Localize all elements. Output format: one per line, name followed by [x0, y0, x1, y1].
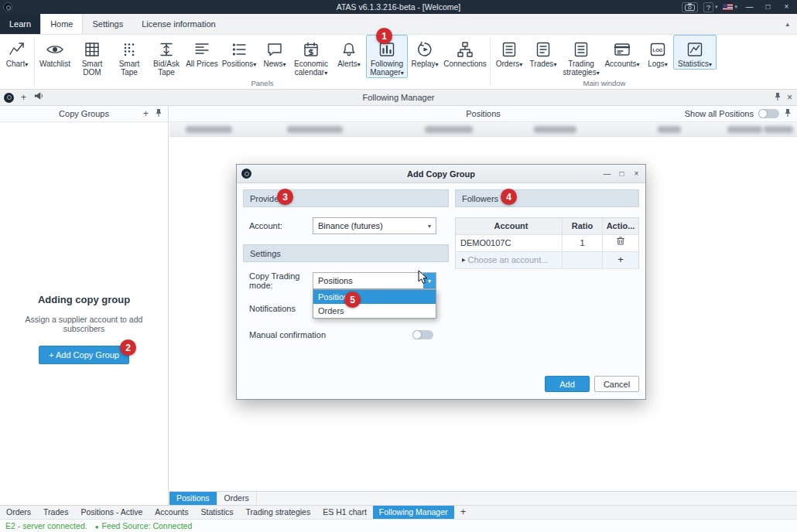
tab-learn[interactable]: Learn	[0, 14, 40, 34]
tab-home[interactable]: Home	[40, 14, 83, 34]
tab-trading-strategies[interactable]: Trading strategies	[240, 506, 317, 519]
manual-confirmation-row: Manual confirmation	[243, 326, 449, 343]
chevron-down-icon	[25, 60, 28, 68]
document-tabstrip: Following Manager	[0, 90, 797, 106]
dialog-minimize-button[interactable]	[600, 165, 614, 182]
grid-icon	[82, 39, 102, 60]
ribbon-button-news[interactable]: News	[259, 35, 290, 70]
feed-status: Feed Source: Connected	[101, 521, 192, 530]
add-tab-button[interactable]	[454, 506, 473, 519]
group-label-main-window: Main window	[492, 78, 717, 89]
ribbon: Chart Watchlist Smart DOM Smart Tape	[0, 35, 797, 90]
close-button[interactable]	[780, 0, 793, 14]
account-select[interactable]: Binance (futures)	[313, 217, 436, 234]
cancel-button[interactable]: Cancel	[594, 376, 639, 392]
dropdown-option-positions[interactable]: Positions	[313, 290, 436, 304]
ribbon-button-alerts[interactable]: Alerts	[332, 35, 366, 70]
add-button[interactable]: Add	[545, 376, 590, 392]
language-button[interactable]	[723, 4, 737, 10]
ribbon-button-trading-strategies[interactable]: Trading strategies	[560, 35, 602, 78]
pin-icon[interactable]	[784, 108, 792, 119]
ribbon-button-smart-dom[interactable]: Smart DOM	[74, 35, 111, 77]
tab-positions-inner[interactable]: Positions	[169, 492, 217, 505]
copy-mode-dropdown-list: Positions Orders	[313, 289, 436, 319]
ribbon-button-positions[interactable]: Positions	[219, 35, 259, 70]
chevron-down-icon	[357, 60, 361, 68]
ribbon-button-trades[interactable]: Trades	[526, 35, 560, 70]
ribbon-button-logs[interactable]: LOG Logs	[642, 35, 673, 70]
new-ratio-cell[interactable]	[563, 252, 603, 268]
tab-positions-active[interactable]: Positions - Active	[74, 506, 149, 519]
add-group-icon-button[interactable]	[143, 108, 149, 119]
ribbon-button-replay[interactable]: Replay	[408, 35, 442, 70]
ribbon-button-connections[interactable]: Connections	[442, 35, 488, 69]
screenshot-button[interactable]	[682, 2, 698, 12]
dropdown-option-orders[interactable]: Orders	[313, 304, 436, 318]
ribbon-button-accounts[interactable]: Accounts	[602, 35, 642, 70]
feed-status-dot	[95, 521, 99, 530]
chart-icon	[7, 39, 27, 60]
maximize-button[interactable]	[761, 0, 775, 14]
dialog-close-button[interactable]	[629, 165, 644, 182]
window-title: ATAS v6.1.3.216-beta - [Welcome]	[0, 0, 797, 14]
replay-icon	[415, 39, 435, 60]
show-all-positions-label: Show all Positions	[685, 109, 754, 118]
dialog-actions: Add Cancel	[545, 376, 639, 392]
group-label-panels: Panels	[36, 78, 488, 89]
tab-following-manager[interactable]: Following Manager	[373, 506, 454, 519]
button-label: Orders	[496, 60, 520, 68]
blurred-column-header	[764, 126, 793, 133]
dialog-title: Add Copy Group	[237, 169, 645, 179]
chevron-down-icon	[665, 60, 668, 68]
button-label: Watchlist	[39, 60, 70, 68]
follower-account-cell: DEMO0107C	[456, 235, 563, 251]
show-all-positions-toggle[interactable]	[758, 109, 779, 118]
ribbon-group-main-window: Orders Trades Trading strategies Account…	[492, 35, 717, 89]
toggle-knob	[759, 110, 767, 118]
tab-statistics[interactable]: Statistics	[195, 506, 240, 519]
chevron-down-icon	[637, 60, 640, 68]
manual-confirmation-toggle[interactable]	[412, 330, 433, 339]
group-label	[2, 78, 32, 89]
tab-license-information[interactable]: License information	[132, 14, 224, 34]
empty-state-title: Adding copy group	[0, 294, 168, 305]
camera-icon	[685, 3, 695, 11]
help-button[interactable]	[703, 2, 718, 12]
ribbon-button-all-prices[interactable]: All Prices	[185, 35, 219, 69]
add-follower-button[interactable]	[603, 252, 638, 268]
pin-icon[interactable]	[774, 92, 782, 103]
dialog-body: Provider Account: Binance (futures) Sett…	[237, 183, 645, 400]
minimize-button[interactable]	[743, 0, 756, 14]
ribbon-button-watchlist[interactable]: Watchlist	[36, 35, 74, 69]
tab-trades[interactable]: Trades	[37, 506, 74, 519]
ribbon-button-orders[interactable]: Orders	[492, 35, 526, 70]
table-row-new[interactable]: Choose an account...	[456, 252, 638, 269]
dialog-titlebar: Add Copy Group	[237, 165, 645, 183]
ribbon-button-chart[interactable]: Chart	[2, 35, 32, 70]
choose-account-cell[interactable]: Choose an account...	[456, 252, 563, 268]
table-row[interactable]: DEMO0107C 1	[456, 235, 638, 252]
add-copy-group-dialog: Add Copy Group Provider Account: Binance…	[236, 164, 646, 400]
ribbon-button-statistics[interactable]: Statistics	[673, 35, 717, 70]
ribbon-button-bid-ask-tape[interactable]: Bid/Ask Tape	[148, 35, 185, 77]
add-copy-group-button[interactable]: + Add Copy Group	[39, 346, 129, 364]
ribbon-button-smart-tape[interactable]: Smart Tape	[111, 35, 148, 77]
pin-icon[interactable]	[155, 108, 162, 119]
tab-settings[interactable]: Settings	[83, 14, 132, 34]
dots-icon	[119, 39, 139, 60]
i-beam-icon	[156, 39, 176, 60]
tab-accounts[interactable]: Accounts	[149, 506, 194, 519]
tab-es-h1-chart[interactable]: ES H1 chart	[316, 506, 373, 519]
close-panel-button[interactable]	[787, 92, 792, 103]
dialog-maximize-button[interactable]	[614, 165, 629, 182]
delete-follower-button[interactable]	[603, 235, 638, 251]
ribbon-button-economic-calendar[interactable]: Economic calendar	[290, 35, 332, 78]
button-label: News	[263, 60, 282, 68]
account-label: Account:	[249, 221, 313, 230]
follower-ratio-cell[interactable]: 1	[563, 235, 603, 251]
ribbon-collapse-button[interactable]	[785, 20, 789, 28]
blurred-column-header	[425, 126, 473, 133]
tab-orders-inner[interactable]: Orders	[217, 492, 257, 505]
chevron-down-icon[interactable]	[423, 218, 436, 234]
tab-orders[interactable]: Orders	[0, 506, 37, 519]
